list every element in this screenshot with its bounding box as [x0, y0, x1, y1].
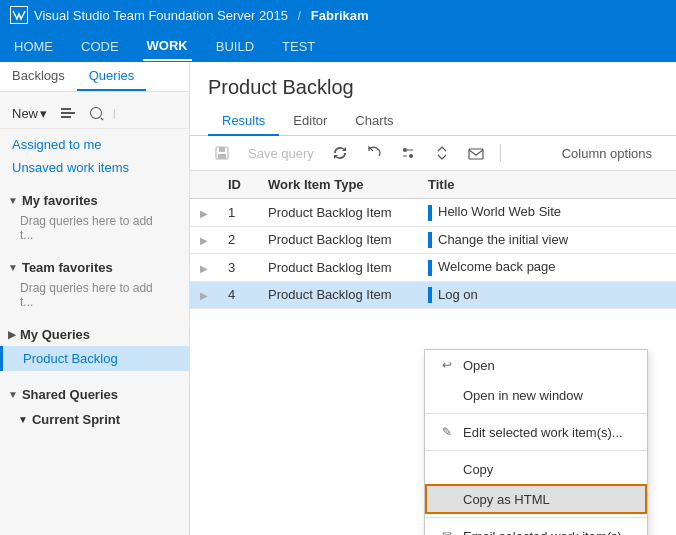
sidebar-links: Assigned to me Unsaved work items [0, 129, 189, 183]
column-options-button[interactable]: Column options [556, 143, 658, 164]
new-button[interactable]: New ▾ [8, 104, 51, 123]
work-items-table: ID Work Item Type Title ▶ 1 Product Back… [190, 171, 676, 309]
email-toolbar-btn[interactable] [462, 142, 490, 164]
current-sprint-header[interactable]: ▼ Current Sprint [10, 408, 189, 431]
nav-test[interactable]: TEST [278, 33, 319, 60]
main-content: Product Backlog Results Editor Charts Sa… [190, 62, 676, 535]
row-type: Product Backlog Item [258, 199, 418, 227]
team-favorites-arrow: ▼ [8, 262, 18, 273]
my-favorites-hint: Drag queries here to add t... [0, 212, 189, 244]
row-title: Welcome back page [418, 254, 676, 282]
sidebar-item-product-backlog[interactable]: Product Backlog [0, 346, 189, 371]
table-row[interactable]: ▶ 2 Product Backlog Item Change the init… [190, 226, 676, 254]
tab-queries[interactable]: Queries [77, 62, 147, 91]
ctx-open[interactable]: ↩ Open [425, 350, 647, 380]
nav-work[interactable]: WORK [143, 32, 192, 61]
ctx-edit[interactable]: ✎ Edit selected work item(s)... [425, 417, 647, 447]
sidebar-content: New ▾ | Assigned to me Unsaved work item… [0, 92, 189, 535]
ctx-copy-as-html[interactable]: Copy as HTML [425, 484, 647, 514]
row-title: Change the initial view [418, 226, 676, 254]
nav-build[interactable]: BUILD [212, 33, 258, 60]
col-title[interactable]: Title [418, 171, 676, 199]
sidebar-icon-btn-1[interactable] [57, 102, 79, 124]
nav-code[interactable]: CODE [77, 33, 123, 60]
ctx-copy-html-label: Copy as HTML [463, 492, 550, 507]
my-favorites-label: My favorites [22, 193, 98, 208]
my-queries-header[interactable]: ▶ My Queries [0, 323, 189, 346]
row-arrow: ▶ [190, 199, 218, 227]
ctx-separator-1 [425, 413, 647, 414]
my-queries-label: My Queries [20, 327, 90, 342]
svg-rect-9 [469, 149, 483, 159]
my-favorites-header[interactable]: ▼ My favorites [0, 189, 189, 212]
table-wrapper: ID Work Item Type Title ▶ 1 Product Back… [190, 171, 676, 535]
open-icon: ↩ [439, 357, 455, 373]
assigned-to-me-link[interactable]: Assigned to me [0, 133, 189, 156]
svg-point-8 [409, 154, 413, 158]
open-new-window-icon [439, 387, 455, 403]
svg-rect-3 [61, 116, 71, 118]
col-type[interactable]: Work Item Type [258, 171, 418, 199]
ctx-copy[interactable]: Copy [425, 454, 647, 484]
new-label: New [12, 106, 38, 121]
app-title: Visual Studio Team Foundation Server 201… [34, 8, 288, 23]
my-favorites-arrow: ▼ [8, 195, 18, 206]
refresh-btn[interactable] [326, 142, 354, 164]
svg-rect-2 [61, 112, 75, 114]
ctx-separator-2 [425, 450, 647, 451]
save-query-icon-btn[interactable] [208, 142, 236, 164]
row-arrow: ▶ [190, 281, 218, 309]
tab-editor[interactable]: Editor [279, 107, 341, 136]
table-row[interactable]: ▶ 4 Product Backlog Item Log on [190, 281, 676, 309]
ctx-open-label: Open [463, 358, 495, 373]
row-id: 1 [218, 199, 258, 227]
save-query-button[interactable]: Save query [242, 143, 320, 164]
tab-results[interactable]: Results [208, 107, 279, 136]
section-my-favorites: ▼ My favorites Drag queries here to add … [0, 183, 189, 250]
top-bar: Visual Studio Team Foundation Server 201… [0, 0, 676, 30]
row-type: Product Backlog Item [258, 226, 418, 254]
logo: Visual Studio Team Foundation Server 201… [10, 6, 369, 24]
row-id: 3 [218, 254, 258, 282]
save-query-label: Save query [248, 146, 314, 161]
row-type: Product Backlog Item [258, 281, 418, 309]
ctx-email-label: Email selected work item(s)... [463, 529, 633, 536]
svg-rect-5 [219, 147, 225, 152]
team-favorites-hint: Drag queries here to add t... [0, 279, 189, 311]
section-shared-queries: ▼ Shared Queries ▼ Current Sprint [0, 377, 189, 439]
nav-bar: HOME CODE WORK BUILD TEST [0, 30, 676, 62]
sidebar-icon-btn-2[interactable] [85, 102, 107, 124]
nav-home[interactable]: HOME [10, 33, 57, 60]
svg-point-7 [403, 148, 407, 152]
my-queries-arrow: ▶ [8, 329, 16, 340]
new-dropdown-arrow: ▾ [40, 106, 47, 121]
team-favorites-header[interactable]: ▼ Team favorites [0, 256, 189, 279]
row-id: 2 [218, 226, 258, 254]
shared-queries-header[interactable]: ▼ Shared Queries [0, 383, 189, 406]
project-name: Fabrikam [311, 8, 369, 23]
svg-rect-6 [218, 154, 226, 159]
ctx-email[interactable]: ✉ Email selected work item(s)... [425, 521, 647, 535]
ctx-open-new-window-label: Open in new window [463, 388, 583, 403]
ctx-open-new-window[interactable]: Open in new window [425, 380, 647, 410]
shared-queries-arrow: ▼ [8, 389, 18, 400]
table-row[interactable]: ▶ 3 Product Backlog Item Welcome back pa… [190, 254, 676, 282]
row-type: Product Backlog Item [258, 254, 418, 282]
col-arrow [190, 171, 218, 199]
tab-backlogs[interactable]: Backlogs [0, 62, 77, 91]
table-row[interactable]: ▶ 1 Product Backlog Item Hello World Web… [190, 199, 676, 227]
unsaved-work-items-link[interactable]: Unsaved work items [0, 156, 189, 179]
current-sprint-label: Current Sprint [32, 412, 120, 427]
sidebar-tabs: Backlogs Queries [0, 62, 189, 92]
toolbar-icon-5[interactable] [428, 142, 456, 164]
main-tabs: Results Editor Charts [190, 107, 676, 136]
page-title: Product Backlog [208, 76, 658, 99]
section-team-favorites: ▼ Team favorites Drag queries here to ad… [0, 250, 189, 317]
tab-charts[interactable]: Charts [341, 107, 407, 136]
row-arrow: ▶ [190, 226, 218, 254]
email-icon: ✉ [439, 528, 455, 535]
undo-btn[interactable] [360, 142, 388, 164]
toolbar-icon-4[interactable] [394, 142, 422, 164]
ctx-separator-3 [425, 517, 647, 518]
col-id[interactable]: ID [218, 171, 258, 199]
